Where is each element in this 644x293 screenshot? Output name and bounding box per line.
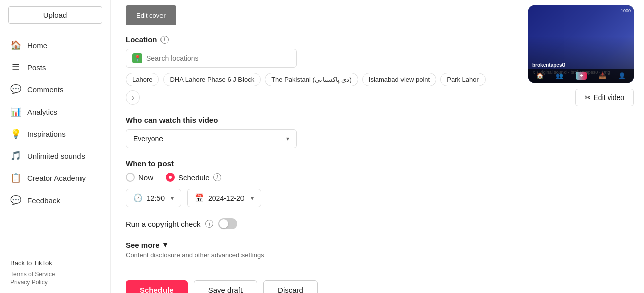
comments-icon: 💬 [10,84,21,95]
cover-section: Edit cover [126,0,498,25]
location-pin-icon: 📍 [132,53,142,63]
audience-select: Everyone ▾ [126,129,297,148]
main-content: Edit cover Location i 📍 Lahore DHA Lahor… [111,0,513,293]
phone-nav-bar: 🏠 👥 + 📥 👤 [528,69,634,83]
upload-section: Upload [0,0,110,30]
location-tag-islamabad[interactable]: Islamabad view point [362,73,436,86]
analytics-icon: 📊 [10,106,21,117]
save-draft-button[interactable]: Save draft [194,280,257,293]
sidebar-item-analytics[interactable]: 📊 Analytics [0,101,110,123]
sidebar-label-feedback: Feedback [27,196,60,205]
copyright-section: Run a copyright check i [126,218,498,229]
copyright-info-icon: i [205,220,213,228]
sidebar-label-posts: Posts [27,63,46,72]
see-more-label: See more [126,241,160,249]
sidebar-item-unlimited-sounds[interactable]: 🎵 Unlimited sounds [0,145,110,167]
view-count: 1000 [621,8,631,13]
location-tag-park[interactable]: Park Lahor [440,73,486,86]
posts-icon: ☰ [10,62,21,73]
chevron-down-icon: ▾ [286,135,289,142]
location-label: Location i [126,35,498,44]
post-timing-radio-group: Now Schedule i [126,173,498,182]
edit-cover-button[interactable]: Edit cover [126,5,176,25]
copyright-row: Run a copyright check i [126,218,498,229]
sidebar-label-analytics: Analytics [27,108,57,116]
inspirations-icon: 💡 [10,128,21,139]
terms-of-service-link[interactable]: Terms of Service [10,271,100,278]
time-picker[interactable]: 🕐 12:50 ▾ [126,189,181,207]
see-more-subtitle: Content disclosure and other advanced se… [126,251,498,259]
clock-icon: 🕐 [133,193,143,203]
location-tag-dha[interactable]: DHA Lahore Phase 6 J Block [163,73,261,86]
footer-links: Terms of Service Privacy Policy [10,271,100,286]
edit-video-label: Edit video [594,93,624,102]
unlimited-sounds-icon: 🎵 [10,150,21,161]
schedule-button[interactable]: Schedule [126,280,188,293]
schedule-info-icon: i [213,173,221,181]
phone-preview: 1000 brokentapes0 ♫ Original sound - bro… [528,5,634,83]
sidebar: Upload 🏠 Home ☰ Posts 💬 Comments 📊 Analy… [0,0,111,293]
date-chevron-icon: ▾ [251,194,254,202]
radio-schedule-button[interactable] [166,173,175,182]
preview-panel: 1000 brokentapes0 ♫ Original sound - bro… [513,0,644,293]
phone-nav-inbox: 📥 [599,72,606,79]
phone-background: 1000 brokentapes0 ♫ Original sound - bro… [528,5,634,83]
audience-dropdown[interactable]: Everyone ▾ [126,129,297,148]
datetime-row: 🕐 12:50 ▾ 📅 2024-12-20 ▾ [126,189,498,207]
sidebar-item-creator-academy[interactable]: 📋 Creator Academy [0,167,110,189]
location-tags: Lahore DHA Lahore Phase 6 J Block The Pa… [126,73,498,105]
radio-now-label: Now [138,173,153,182]
calendar-icon: 📅 [195,193,204,203]
time-chevron-icon: ▾ [171,194,174,202]
sidebar-label-comments: Comments [27,85,64,94]
phone-nav-plus-icon: + [576,72,587,80]
see-more-section: See more ▾ Content disclosure and other … [126,240,498,259]
sidebar-label-creator-academy: Creator Academy [27,174,86,182]
who-watch-label: Who can watch this video [126,116,498,124]
sidebar-nav: 🏠 Home ☰ Posts 💬 Comments 📊 Analytics 💡 … [0,30,110,253]
sidebar-item-comments[interactable]: 💬 Comments [0,78,110,101]
phone-nav-home: 🏠 [536,72,544,79]
sidebar-item-posts[interactable]: ☰ Posts [0,56,110,78]
sidebar-item-inspirations[interactable]: 💡 Inspirations [0,123,110,145]
back-to-tiktok[interactable]: Back to TikTok [10,259,100,267]
copyright-label: Run a copyright check [126,220,200,228]
radio-now-button[interactable] [126,173,135,182]
sidebar-footer: Back to TikTok Terms of Service Privacy … [0,253,110,293]
sidebar-item-feedback[interactable]: 💬 Feedback [0,189,110,211]
location-tag-lahore[interactable]: Lahore [126,73,159,86]
copyright-toggle[interactable] [218,218,237,229]
location-info-icon: i [160,36,169,44]
sidebar-label-inspirations: Inspirations [27,130,66,138]
sidebar-item-home[interactable]: 🏠 Home [0,34,110,56]
upload-button[interactable]: Upload [8,6,102,24]
radio-schedule-inner [169,176,172,179]
discard-button[interactable]: Discard [263,280,318,293]
location-search-box[interactable]: 📍 [126,49,297,68]
location-section: Location i 📍 Lahore DHA Lahore Phase 6 J… [126,35,498,105]
phone-nav-friends: 👥 [556,72,564,79]
radio-schedule[interactable]: Schedule i [166,173,221,182]
date-value: 2024-12-20 [208,194,245,202]
see-more-chevron-icon: ▾ [163,240,167,249]
phone-username: brokentapes0 [532,62,565,68]
location-search-input[interactable] [146,54,290,62]
who-watch-section: Who can watch this video Everyone ▾ [126,116,498,148]
radio-now[interactable]: Now [126,173,153,182]
home-icon: 🏠 [10,40,21,51]
date-picker[interactable]: 📅 2024-12-20 ▾ [187,189,261,207]
see-more-button[interactable]: See more ▾ [126,240,498,249]
location-tag-pakistani[interactable]: The Pakistani (دی پاکستانی) [265,73,358,86]
edit-video-button[interactable]: ✂ Edit video [575,89,634,106]
feedback-icon: 💬 [10,194,21,206]
audience-value: Everyone [133,135,163,143]
privacy-policy-link[interactable]: Privacy Policy [10,279,100,286]
scissors-icon: ✂ [585,93,591,102]
time-value: 12:50 [147,194,165,202]
location-tags-more[interactable]: › [126,90,140,105]
action-buttons: Schedule Save draft Discard [126,280,498,293]
when-post-label: When to post [126,159,498,168]
radio-schedule-label: Schedule [178,173,210,182]
toggle-knob [219,219,228,228]
creator-academy-icon: 📋 [10,172,21,183]
